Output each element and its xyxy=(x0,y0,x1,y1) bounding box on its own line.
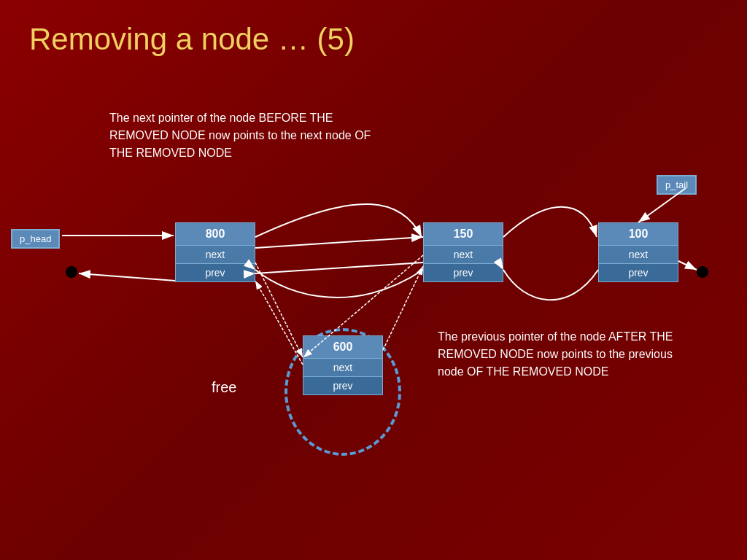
null-dot-right xyxy=(697,266,708,278)
slide-title: Removing a node … (5) xyxy=(29,22,355,57)
svg-line-7 xyxy=(255,262,423,273)
slide: Removing a node … (5) The next pointer o… xyxy=(0,0,747,560)
description-bottom: The previous pointer of the node AFTER T… xyxy=(438,328,686,381)
svg-line-9 xyxy=(255,262,303,357)
svg-line-5 xyxy=(79,273,175,281)
node-800-prev: prev xyxy=(175,264,255,282)
node-600-next: next xyxy=(303,359,383,377)
node-150: 150 next prev xyxy=(423,222,503,282)
svg-line-6 xyxy=(255,237,423,248)
node-100-value: 100 xyxy=(598,222,678,246)
node-600-prev: prev xyxy=(303,377,383,395)
svg-line-10 xyxy=(383,266,423,350)
node-600-value: 600 xyxy=(303,335,383,359)
description-top: The next pointer of the node BEFORE THE … xyxy=(109,109,387,162)
node-150-value: 150 xyxy=(423,222,503,246)
node-100-next: next xyxy=(598,246,678,264)
node-150-prev: prev xyxy=(423,264,503,282)
node-800-value: 800 xyxy=(175,222,255,246)
node-100: 100 next prev xyxy=(598,222,678,282)
phead-pointer: p_head xyxy=(11,229,60,249)
ptail-pointer: p_tail xyxy=(657,175,697,195)
svg-line-11 xyxy=(255,281,303,365)
node-800: 800 next prev xyxy=(175,222,255,282)
node-800-next: next xyxy=(175,246,255,264)
node-600: 600 next prev xyxy=(303,335,383,395)
free-label: free xyxy=(212,379,236,396)
node-150-next: next xyxy=(423,246,503,264)
svg-line-4 xyxy=(678,261,697,270)
null-dot-left xyxy=(66,266,77,278)
node-100-prev: prev xyxy=(598,264,678,282)
